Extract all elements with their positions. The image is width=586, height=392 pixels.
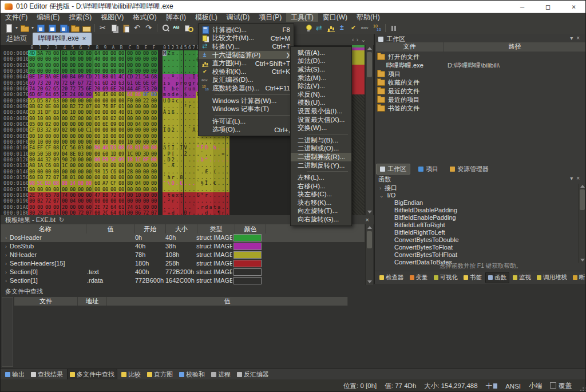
hex-byte[interactable]: 02 bbox=[69, 116, 77, 121]
ascii-char[interactable]: . bbox=[188, 175, 192, 180]
hex-byte[interactable]: 00 bbox=[52, 169, 60, 175]
hex-byte[interactable]: BA bbox=[44, 74, 52, 80]
ascii-char[interactable]: . bbox=[221, 204, 225, 210]
hex-byte[interactable]: 00 bbox=[150, 169, 158, 175]
ascii-char[interactable]: . bbox=[171, 187, 175, 192]
hex-byte[interactable]: C0 bbox=[28, 109, 36, 115]
column-header[interactable]: 大小 bbox=[166, 224, 197, 233]
hex-byte[interactable]: 61 bbox=[117, 204, 125, 210]
ascii-char[interactable]: Æ bbox=[171, 163, 175, 168]
hex-byte[interactable]: CF bbox=[109, 180, 117, 186]
ascii-char[interactable]: . bbox=[221, 163, 225, 168]
ascii-char[interactable]: . bbox=[171, 169, 175, 175]
ascii-char[interactable]: . bbox=[163, 104, 167, 109]
hex-byte[interactable]: C1 bbox=[85, 127, 93, 133]
column-header[interactable]: 文件 bbox=[14, 297, 78, 306]
ascii-char[interactable]: . bbox=[196, 139, 200, 145]
hex-byte[interactable]: 69 bbox=[28, 80, 36, 86]
ascii-char[interactable]: . bbox=[184, 175, 188, 180]
tab-监视[interactable]: 监视 bbox=[510, 272, 533, 283]
hex-byte[interactable]: 00 bbox=[101, 116, 109, 121]
ascii-char[interactable]: a bbox=[217, 204, 221, 210]
ascii-char[interactable]: . bbox=[163, 139, 167, 145]
ascii-char[interactable]: Ó bbox=[171, 180, 175, 186]
hex-byte[interactable]: 0F bbox=[142, 92, 150, 97]
hex-byte[interactable]: 00 bbox=[150, 192, 158, 198]
ascii-char[interactable]: . bbox=[184, 116, 188, 121]
hex-byte[interactable]: 00 bbox=[85, 121, 93, 127]
hex-byte[interactable]: 00 bbox=[77, 204, 85, 210]
workspace-column-headers[interactable]: 文件路径 bbox=[376, 42, 586, 52]
hex-byte[interactable]: 00 bbox=[150, 68, 158, 74]
hex-byte[interactable]: 00 bbox=[36, 187, 44, 192]
menu-item[interactable]: 块右移(K)... bbox=[291, 199, 351, 207]
ascii-char[interactable]: . bbox=[163, 62, 167, 68]
ascii-char[interactable]: ˜ bbox=[163, 180, 167, 186]
hex-byte[interactable]: 00 bbox=[134, 169, 142, 175]
tab-查找结果[interactable]: 查找结果 bbox=[29, 369, 65, 380]
ascii-char[interactable]: x bbox=[171, 50, 175, 56]
menu-item[interactable]: 二进制或(O)... bbox=[291, 145, 351, 153]
ascii-char[interactable]: . bbox=[225, 204, 229, 210]
hex-byte[interactable]: 74 bbox=[61, 192, 69, 198]
tab-变量[interactable]: 变量 bbox=[407, 272, 430, 283]
hex-byte[interactable]: 00 bbox=[44, 139, 52, 145]
ascii-char[interactable]: . bbox=[225, 151, 229, 157]
ascii-char[interactable]: . bbox=[204, 139, 208, 145]
ascii-char[interactable]: ¨ bbox=[163, 163, 167, 168]
hex-byte[interactable]: 00 bbox=[134, 50, 142, 56]
ascii-char[interactable]: . bbox=[184, 133, 188, 139]
ascii-char[interactable]: . bbox=[204, 198, 208, 204]
hex-byte[interactable]: 00 bbox=[142, 180, 150, 186]
hex-byte[interactable]: 69 bbox=[101, 86, 109, 92]
ascii-char[interactable]: Æ bbox=[204, 169, 208, 175]
ascii-char[interactable]: . bbox=[188, 139, 192, 145]
ascii-char[interactable]: . bbox=[188, 163, 192, 168]
hex-byte[interactable]: 00 bbox=[93, 198, 101, 204]
ascii-char[interactable]: . bbox=[167, 68, 171, 74]
ascii-char[interactable]: . bbox=[204, 151, 208, 157]
hex-byte[interactable]: 32 bbox=[44, 127, 52, 133]
ascii-char[interactable]: t bbox=[167, 192, 171, 198]
ascii-char[interactable]: . bbox=[192, 98, 196, 104]
hex-byte[interactable]: 00 bbox=[77, 175, 85, 180]
tab-断点[interactable]: 断点 bbox=[571, 272, 586, 283]
ascii-char[interactable]: . bbox=[175, 169, 179, 175]
ascii-char[interactable]: . bbox=[184, 163, 188, 168]
ascii-char[interactable]: ` bbox=[200, 151, 204, 157]
ascii-char[interactable]: . bbox=[188, 56, 192, 62]
menu-模板[interactable]: 模板(L) bbox=[191, 13, 222, 22]
hex-byte[interactable]: 6E bbox=[134, 80, 142, 86]
menu-item[interactable]: 直方图(H)...Ctrl+Shift+T bbox=[199, 59, 294, 68]
hex-byte[interactable]: 07 bbox=[52, 175, 60, 180]
ascii-char[interactable]: m bbox=[163, 92, 167, 97]
ascii-char[interactable]: o bbox=[167, 92, 171, 97]
hex-byte[interactable]: 38 bbox=[61, 175, 69, 180]
ascii-char[interactable]: . bbox=[192, 68, 196, 74]
hex-byte[interactable]: 00 bbox=[134, 127, 142, 133]
hex-byte[interactable]: 53 bbox=[142, 86, 150, 92]
hex-byte[interactable]: 68 bbox=[150, 74, 158, 80]
hex-byte[interactable]: 01 bbox=[69, 175, 77, 180]
status-charset[interactable]: ANSI bbox=[505, 383, 521, 390]
ascii-char[interactable]: . bbox=[184, 98, 188, 104]
hex-minimap[interactable] bbox=[352, 45, 365, 215]
ascii-char[interactable]: . bbox=[208, 169, 212, 175]
hex-byte[interactable]: D3 bbox=[109, 145, 117, 151]
menu-item[interactable]: 块左移(C)... bbox=[291, 191, 351, 199]
hex-byte[interactable]: 55 bbox=[28, 98, 36, 104]
menu-item[interactable]: 二进制异或(R)... bbox=[291, 153, 351, 161]
hex-byte[interactable]: 65 bbox=[52, 92, 60, 97]
hex-byte[interactable]: 00 bbox=[117, 98, 125, 104]
hex-byte[interactable]: D3 bbox=[44, 180, 52, 186]
ascii-char[interactable]: . bbox=[188, 169, 192, 175]
ascii-char[interactable] bbox=[171, 80, 175, 86]
hex-byte[interactable]: 09 bbox=[52, 151, 60, 157]
ascii-char[interactable]: . bbox=[221, 198, 225, 204]
ascii-char[interactable]: . bbox=[225, 145, 229, 151]
ascii-char[interactable]: . bbox=[167, 121, 171, 127]
hex-byte[interactable]: 00 bbox=[142, 133, 150, 139]
ascii-char[interactable]: . bbox=[184, 121, 188, 127]
hex-byte[interactable]: 04 bbox=[134, 121, 142, 127]
hex-byte[interactable]: 00 bbox=[150, 50, 158, 56]
